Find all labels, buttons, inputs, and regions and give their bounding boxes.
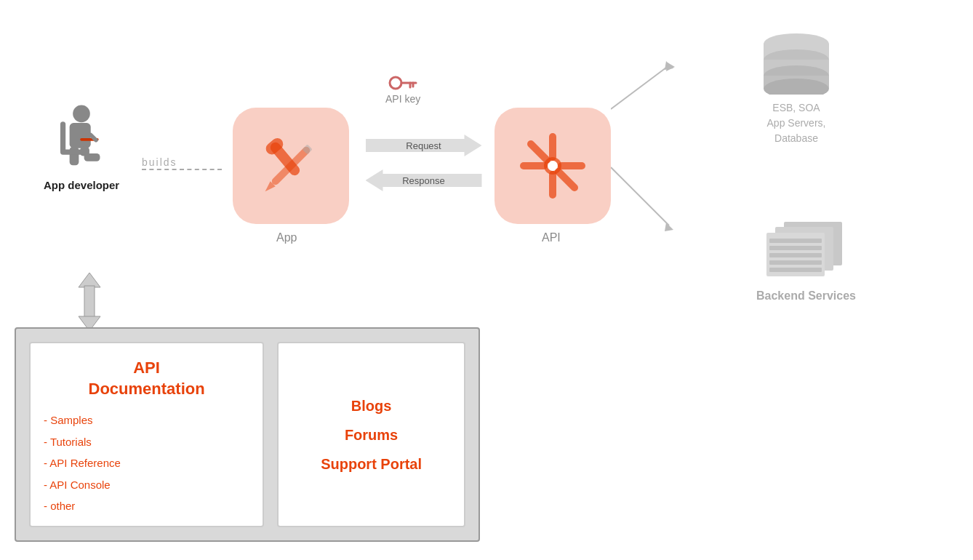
person-icon <box>52 102 111 175</box>
esb-label: ESB, SOA App Servers, Database <box>767 100 826 146</box>
double-arrow-icon <box>71 273 108 331</box>
app-tools-icon <box>251 126 331 206</box>
api-doc-box: API Documentation - Samples - Tutorials … <box>29 342 264 527</box>
app-developer-section: App developer <box>44 102 119 191</box>
request-arrow: Request <box>366 135 482 156</box>
svg-rect-7 <box>60 121 65 153</box>
request-label: Request <box>406 140 441 151</box>
svg-rect-41 <box>769 239 822 243</box>
svg-point-22 <box>390 77 401 89</box>
backend-services: Backend Services <box>756 218 856 303</box>
database-icon <box>756 29 836 95</box>
app-label: App <box>276 231 297 244</box>
key-icon <box>388 73 417 93</box>
svg-rect-6 <box>84 153 100 161</box>
api-doc-title: API Documentation <box>44 358 249 399</box>
app-developer-label: App developer <box>44 179 119 191</box>
community-blogs: Blogs <box>351 393 392 419</box>
community-forums: Forums <box>345 422 398 448</box>
svg-rect-47 <box>84 286 95 318</box>
svg-rect-1 <box>70 123 91 148</box>
svg-marker-27 <box>665 61 673 70</box>
svg-rect-8 <box>60 149 86 154</box>
svg-line-26 <box>611 65 669 109</box>
app-icon-box <box>233 108 349 224</box>
doc-item-api-console: - API Console <box>44 476 249 495</box>
api-key-label: API key <box>385 93 420 105</box>
portal-outer-box: API Documentation - Samples - Tutorials … <box>15 327 480 542</box>
response-label: Response <box>402 175 445 186</box>
svg-rect-45 <box>769 268 822 272</box>
svg-rect-44 <box>769 260 822 265</box>
server-icon <box>762 218 849 284</box>
builds-label: builds <box>142 156 177 168</box>
response-arrow: Response <box>366 169 482 191</box>
svg-point-0 <box>73 105 90 123</box>
doc-item-api-reference: - API Reference <box>44 454 249 473</box>
doc-item-samples: - Samples <box>44 411 249 430</box>
backend-services-label: Backend Services <box>756 289 856 303</box>
svg-line-28 <box>611 167 669 225</box>
svg-marker-30 <box>666 63 675 71</box>
svg-line-21 <box>558 172 574 188</box>
doc-item-other: - other <box>44 497 249 516</box>
api-key-area: API key <box>385 73 420 105</box>
request-arrow-row: Request <box>356 135 491 156</box>
svg-rect-42 <box>769 246 822 250</box>
doc-item-tutorials: - Tutorials <box>44 433 249 452</box>
svg-line-20 <box>531 144 547 160</box>
connector-lines <box>611 36 756 298</box>
svg-marker-29 <box>665 223 673 231</box>
api-hub-icon <box>513 126 593 206</box>
api-icon-box <box>494 108 611 224</box>
community-box: Blogs Forums Support Portal <box>277 342 465 527</box>
svg-marker-46 <box>79 273 100 287</box>
esb-backend: ESB, SOA App Servers, Database <box>756 29 836 146</box>
builds-line <box>142 169 222 170</box>
svg-rect-43 <box>769 253 822 257</box>
api-label: API <box>542 231 561 244</box>
arrows-area: Request Response <box>356 135 491 191</box>
double-arrow <box>71 276 108 327</box>
response-arrow-row: Response <box>356 169 491 191</box>
community-support: Support Portal <box>321 451 422 477</box>
